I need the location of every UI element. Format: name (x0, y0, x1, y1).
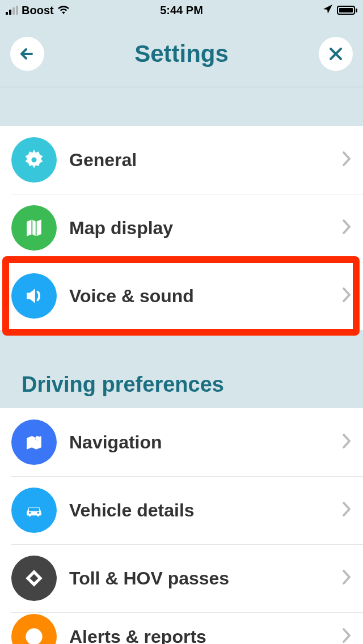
settings-list-driving: Navigation Vehicle details Toll & HOV pa… (0, 408, 363, 644)
settings-item-label: Map display (69, 218, 329, 239)
map-icon (11, 205, 57, 251)
battery-icon (337, 6, 357, 15)
settings-item-label: Toll & HOV passes (69, 568, 329, 589)
settings-item-navigation[interactable]: Navigation (0, 408, 363, 476)
back-button[interactable] (10, 37, 44, 71)
settings-item-voice-sound[interactable]: Voice & sound (0, 262, 363, 330)
settings-item-general[interactable]: General (0, 126, 363, 194)
close-icon (327, 45, 345, 63)
chevron-right-icon (341, 150, 352, 170)
settings-item-label: General (69, 150, 329, 171)
close-button[interactable] (319, 37, 353, 71)
chevron-right-icon (341, 569, 352, 588)
settings-item-map-display[interactable]: Map display (0, 194, 363, 262)
svg-point-4 (37, 512, 40, 514)
section-spacer (0, 87, 363, 126)
speaker-icon (11, 273, 57, 319)
settings-item-label: Alerts & reports (69, 626, 329, 645)
svg-point-1 (31, 157, 36, 162)
settings-item-toll-hov[interactable]: Toll & HOV passes (0, 544, 363, 612)
gear-icon (11, 137, 57, 183)
signal-strength-icon (6, 6, 18, 15)
car-icon (11, 488, 57, 533)
svg-rect-5 (29, 507, 39, 511)
settings-item-label: Vehicle details (69, 500, 329, 521)
nav-map-icon (11, 420, 57, 465)
carrier-label: Boost (22, 4, 54, 17)
svg-point-6 (26, 628, 42, 644)
settings-item-label: Navigation (69, 432, 329, 453)
status-left: Boost (6, 4, 70, 17)
settings-item-label: Voice & sound (69, 286, 329, 307)
svg-point-3 (29, 512, 31, 514)
arrow-left-icon (18, 45, 36, 63)
section-title: Driving preferences (22, 372, 224, 397)
section-header-driving: Driving preferences (0, 330, 363, 408)
wifi-icon (57, 4, 70, 17)
chevron-right-icon (341, 433, 352, 452)
chevron-right-icon (341, 501, 352, 520)
location-arrow-icon (322, 3, 334, 18)
status-bar: Boost 5:44 PM (0, 0, 363, 20)
settings-item-vehicle-details[interactable]: Vehicle details (0, 476, 363, 544)
settings-item-alerts-reports[interactable]: Alerts & reports (0, 612, 363, 644)
page-header: Settings (0, 20, 363, 87)
chevron-right-icon (341, 218, 352, 238)
alert-icon (11, 614, 57, 644)
chevron-right-icon (341, 627, 352, 644)
status-time: 5:44 PM (160, 4, 203, 17)
settings-list-main: General Map display Voice & sound (0, 126, 363, 330)
page-title: Settings (134, 40, 229, 67)
diamond-icon (11, 556, 57, 601)
chevron-right-icon (341, 286, 352, 306)
status-right (322, 3, 357, 18)
